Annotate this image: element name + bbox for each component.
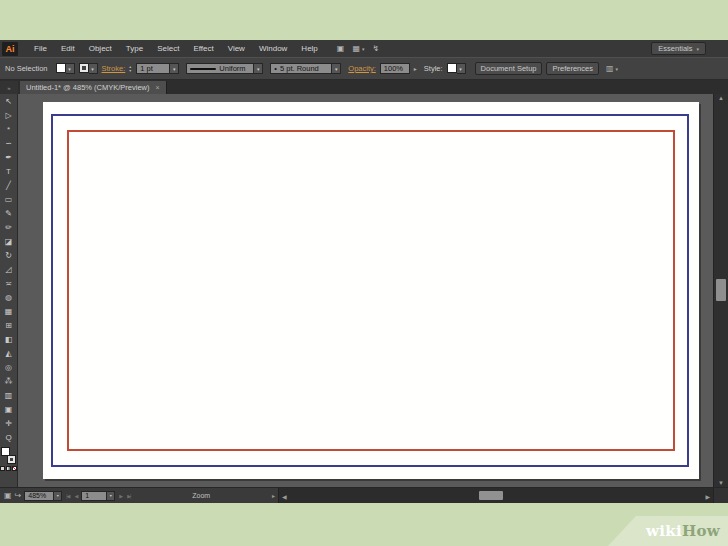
zoom-dropdown-icon[interactable]: ▾: [54, 491, 62, 501]
style-dropdown-icon[interactable]: ▾: [457, 63, 466, 74]
last-artboard-button[interactable]: ▶|: [126, 493, 131, 499]
tool-type[interactable]: T: [1, 165, 17, 179]
stroke-weight-field[interactable]: 1 pt: [136, 63, 170, 74]
opacity-field[interactable]: 100%: [380, 63, 410, 74]
brush-dropdown-icon[interactable]: ▾: [332, 63, 341, 74]
tool-symbol-sprayer[interactable]: ⁂: [1, 375, 17, 389]
menu-type[interactable]: Type: [119, 44, 150, 53]
brush-definition-select[interactable]: • 5 pt. Round: [270, 63, 332, 74]
tool-perspective-grid[interactable]: ▦: [1, 305, 17, 319]
vertical-scrollbar[interactable]: ▲ ▼: [713, 94, 728, 487]
tool-pencil[interactable]: ✏: [1, 221, 17, 235]
watermark-wiki-text: wiki: [646, 522, 682, 540]
workspace-switcher[interactable]: Essentials ▾: [651, 42, 706, 55]
gradient-mode-icon[interactable]: [6, 466, 11, 471]
tool-magic-wand[interactable]: *: [1, 123, 17, 137]
artboard[interactable]: [43, 102, 699, 479]
tool-zoom[interactable]: Q: [1, 431, 17, 445]
bridge-icon[interactable]: ▣: [337, 44, 345, 53]
artboard-dropdown-icon[interactable]: ▾: [107, 491, 115, 501]
vertical-scroll-thumb[interactable]: [716, 279, 726, 301]
tool-direct-selection[interactable]: ▷: [1, 109, 17, 123]
align-options-icon[interactable]: ▥: [606, 64, 614, 73]
scroll-right-icon[interactable]: ▶: [705, 492, 710, 499]
status-bar: ▣ ↪ 485% ▾ |◀ ◀ 1 ▾ ▶ ▶| Zoom ▸ ◀: [0, 487, 728, 503]
share-icon[interactable]: ↪: [15, 491, 22, 500]
stroke-color-swatch[interactable]: [79, 63, 89, 73]
tool-lasso[interactable]: ∽: [1, 137, 17, 151]
tool-shape-builder[interactable]: ◍: [1, 291, 17, 305]
arrange-documents-icon[interactable]: ▦▾: [352, 44, 364, 53]
previous-artboard-button[interactable]: ◀: [73, 493, 78, 499]
tool-gradient[interactable]: ◧: [1, 333, 17, 347]
first-artboard-button[interactable]: |◀: [65, 493, 70, 499]
tool-rotate[interactable]: ↻: [1, 249, 17, 263]
tool-pen[interactable]: ✒: [1, 151, 17, 165]
next-artboard-button[interactable]: ▶: [118, 493, 123, 499]
tool-blend[interactable]: ◎: [1, 361, 17, 375]
tool-eraser[interactable]: ◪: [1, 235, 17, 249]
stroke-dropdown-icon[interactable]: ▾: [89, 63, 98, 74]
paint-mode-buttons: [0, 466, 17, 471]
stroke-weight-dropdown-icon[interactable]: ▾: [170, 63, 179, 74]
scroll-up-icon[interactable]: ▲: [714, 95, 728, 101]
tool-width[interactable]: ≍: [1, 277, 17, 291]
view-options-icon[interactable]: ↯: [372, 44, 379, 53]
preferences-button[interactable]: Preferences: [546, 62, 598, 75]
menu-file[interactable]: File: [27, 44, 54, 53]
tool-column-graph[interactable]: ▥: [1, 389, 17, 403]
document-info-icon[interactable]: ▣: [4, 491, 12, 500]
opacity-arrow-icon[interactable]: ▸: [414, 65, 417, 72]
menu-view[interactable]: View: [221, 44, 252, 53]
style-swatch[interactable]: [447, 63, 457, 73]
menu-select[interactable]: Select: [150, 44, 186, 53]
toolbar-collapse[interactable]: »: [0, 81, 18, 94]
illustrator-window: Ai FileEditObjectTypeSelectEffectViewWin…: [0, 40, 728, 503]
scroll-down-icon[interactable]: ▼: [714, 480, 728, 486]
stroke-weight-stepper[interactable]: ▴ ▾: [129, 65, 131, 73]
variable-width-profile-select[interactable]: Uniform: [186, 63, 254, 74]
width-profile-dropdown-icon[interactable]: ▾: [254, 63, 263, 74]
scroll-left-icon[interactable]: ◀: [282, 492, 287, 499]
menu-help[interactable]: Help: [294, 44, 324, 53]
fill-dropdown-icon[interactable]: ▾: [66, 63, 75, 74]
document-setup-button[interactable]: Document Setup: [475, 62, 543, 75]
none-mode-icon[interactable]: [12, 466, 17, 471]
tool-eyedropper[interactable]: ◭: [1, 347, 17, 361]
main-area: ↖▷*∽✒T╱▭✎✏◪↻◿≍◍▦⊞◧◭◎⁂▥▣✛Q ▲: [0, 94, 728, 487]
tool-line-segment[interactable]: ╱: [1, 179, 17, 193]
fill-stroke-indicator[interactable]: [1, 447, 16, 464]
fill-color-swatch[interactable]: [56, 63, 66, 73]
document-tab-bar: » Untitled-1* @ 485% (CMYK/Preview) ×: [0, 80, 728, 94]
document-tab-title: Untitled-1* @ 485% (CMYK/Preview): [26, 83, 150, 92]
inner-red-rectangle[interactable]: [67, 130, 675, 451]
tool-mesh[interactable]: ⊞: [1, 319, 17, 333]
stroke-swatch[interactable]: [7, 455, 16, 464]
stroke-panel-link[interactable]: Stroke:: [102, 64, 126, 73]
tool-rectangle[interactable]: ▭: [1, 193, 17, 207]
horizontal-scrollbar[interactable]: ◀ ▶: [278, 488, 713, 503]
menu-object[interactable]: Object: [82, 44, 119, 53]
menu-edit[interactable]: Edit: [54, 44, 82, 53]
menu-effect[interactable]: Effect: [186, 44, 220, 53]
selection-status: No Selection: [5, 64, 48, 73]
tool-selection[interactable]: ↖: [1, 95, 17, 109]
color-mode-icon[interactable]: [0, 466, 5, 471]
horizontal-scroll-thumb[interactable]: [479, 491, 503, 500]
tool-paintbrush[interactable]: ✎: [1, 207, 17, 221]
width-profile-label: Uniform: [219, 64, 245, 73]
appbar-icons: ▣ ▦▾ ↯: [337, 44, 379, 53]
close-icon[interactable]: ×: [156, 84, 160, 91]
tool-list: ↖▷*∽✒T╱▭✎✏◪↻◿≍◍▦⊞◧◭◎⁂▥▣✛Q: [1, 95, 17, 445]
document-tab[interactable]: Untitled-1* @ 485% (CMYK/Preview) ×: [20, 81, 167, 94]
opacity-panel-link[interactable]: Opacity:: [348, 64, 376, 73]
tool-scale[interactable]: ◿: [1, 263, 17, 277]
tool-artboard[interactable]: ▣: [1, 403, 17, 417]
tool-hand[interactable]: ✛: [1, 417, 17, 431]
zoom-level-field[interactable]: 485%: [24, 491, 54, 501]
menu-window[interactable]: Window: [252, 44, 294, 53]
artboard-number-field[interactable]: 1: [81, 491, 107, 501]
watermark-how-text: How: [682, 522, 720, 540]
canvas-pasteboard[interactable]: [18, 94, 713, 487]
status-panel-arrow-icon[interactable]: ▸: [272, 492, 275, 499]
